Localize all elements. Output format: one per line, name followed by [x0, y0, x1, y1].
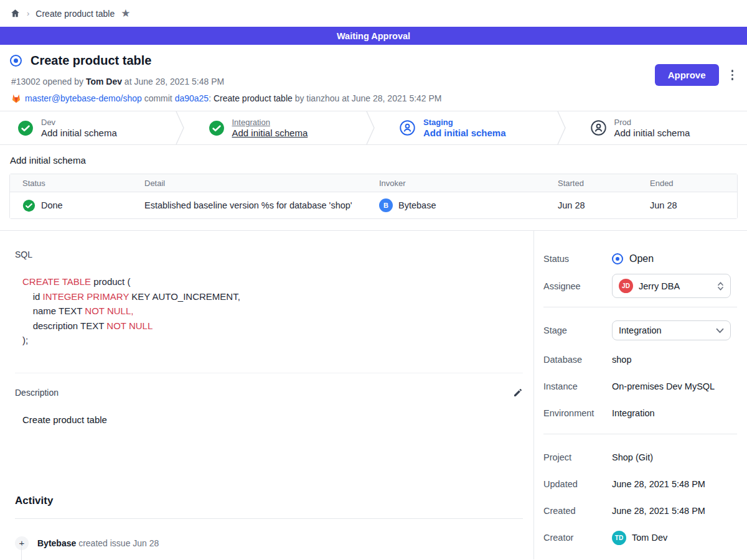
commit-word: commit: [142, 93, 175, 103]
col-started: Started: [558, 179, 650, 188]
activity-item: + Bytebase created issue Jun 28: [15, 536, 522, 550]
database-label: Database: [543, 355, 612, 365]
stage-staging[interactable]: StagingAdd initial schema: [375, 111, 557, 144]
stage-separator: [365, 111, 375, 144]
activity-actor: Bytebase: [37, 538, 76, 548]
breadcrumb: › Create product table ★: [0, 0, 747, 27]
created-value: June 28, 2021 5:48 PM: [612, 506, 705, 516]
stage-prod[interactable]: ProdAdd initial schema: [566, 111, 747, 144]
project-value[interactable]: Shop (Git): [612, 452, 653, 462]
instance-value[interactable]: On-premises Dev MySQL: [612, 381, 715, 391]
check-icon: [17, 120, 34, 136]
issue-author: Tom Dev: [86, 77, 122, 86]
task-ended: Jun 28: [650, 200, 737, 210]
description-text: Create product table: [22, 414, 522, 425]
project-label: Project: [543, 452, 612, 462]
creator-label: Creator: [543, 533, 612, 543]
status-banner-text: Waiting Approval: [337, 31, 410, 41]
stage-task-label[interactable]: Add initial schema: [41, 128, 117, 138]
divider: [543, 307, 737, 307]
activity-action: created issue Jun 28: [76, 538, 159, 548]
bytebase-avatar: B: [379, 198, 393, 212]
star-icon[interactable]: ★: [121, 8, 130, 19]
creator-value: Tom Dev: [632, 533, 667, 543]
task-section: Add initial schema Status Detail Invoker…: [0, 145, 747, 231]
page-title: Create product table: [31, 54, 151, 68]
open-status-icon: [10, 55, 22, 67]
divider: [15, 518, 523, 519]
sidebar-row-project: Project Shop (Git): [543, 446, 737, 469]
assignee-label: Assignee: [543, 281, 612, 291]
status-banner: Waiting Approval: [0, 27, 747, 45]
issue-time: at June 28, 2021 5:48 PM: [122, 77, 224, 86]
task-table: Status Detail Invoker Started Ended Done…: [9, 174, 738, 219]
stage-env-label: Staging: [423, 118, 506, 127]
commit-colon: :: [209, 93, 214, 103]
status-value: Open: [629, 253, 654, 264]
home-icon[interactable]: [10, 8, 21, 19]
stage-env-label: Prod: [614, 118, 690, 127]
description-label: Description: [15, 388, 59, 398]
commit-repo-link[interactable]: master@bytebase-demo/shop: [25, 93, 142, 103]
approve-button[interactable]: Approve: [655, 64, 719, 86]
task-section-title: Add initial schema: [10, 155, 738, 166]
updated-value: June 28, 2021 5:48 PM: [612, 479, 705, 489]
created-label: Created: [543, 506, 612, 516]
sql-label: SQL: [15, 250, 522, 259]
col-ended: Ended: [650, 179, 737, 188]
commit-line: master@bytebase-demo/shop commit da90a25…: [11, 93, 737, 103]
environment-value: Integration: [612, 408, 655, 418]
done-check-icon: [22, 199, 35, 212]
stage-dev[interactable]: DevAdd initial schema: [0, 111, 175, 144]
issue-meta: #13002 opened by Tom Dev at June 28, 202…: [11, 77, 737, 86]
assignee-avatar: JD: [619, 279, 633, 293]
issue-id: #13002: [11, 77, 40, 86]
chevron-right-icon: ›: [27, 9, 29, 18]
stage-label: Stage: [543, 325, 612, 335]
person-icon: [399, 119, 416, 136]
task-table-header: Status Detail Invoker Started Ended: [10, 174, 737, 192]
environment-label: Environment: [543, 408, 612, 418]
assignee-value: Jerry DBA: [639, 281, 712, 291]
col-detail: Detail: [144, 179, 379, 188]
stage-task-label[interactable]: Add initial schema: [232, 128, 308, 138]
commit-suffix: by tianzhou at June 28, 2021 5:42 PM: [293, 93, 442, 103]
plus-icon: +: [15, 536, 29, 550]
sidebar-row-database: Database shop: [543, 348, 737, 371]
assignee-select[interactable]: JD Jerry DBA: [612, 274, 731, 298]
sidebar-row-status: Status Open: [543, 247, 737, 271]
issue-sidebar: Status Open Assignee JD Jerry DBA Stage …: [534, 231, 747, 559]
instance-label: Instance: [543, 381, 612, 391]
sidebar-row-creator: Creator TD Tom Dev: [543, 526, 737, 549]
sidebar-row-updated: Updated June 28, 2021 5:48 PM: [543, 472, 737, 496]
updated-label: Updated: [543, 479, 612, 489]
task-started: Jun 28: [558, 200, 650, 210]
stage-task-label[interactable]: Add initial schema: [614, 128, 690, 138]
stage-separator: [175, 111, 185, 144]
stage-integration[interactable]: IntegrationAdd initial schema: [185, 111, 366, 144]
gitlab-icon: [11, 94, 21, 103]
commit-hash-link[interactable]: da90a25: [175, 93, 209, 103]
stage-env-label: Integration: [232, 118, 308, 127]
col-invoker: Invoker: [379, 179, 558, 188]
edit-pencil-icon[interactable]: [513, 388, 523, 398]
stage-separator: [557, 111, 566, 144]
database-value[interactable]: shop: [612, 355, 631, 365]
sidebar-row-instance: Instance On-premises Dev MySQL: [543, 375, 737, 398]
main-content: SQL CREATE TABLE product ( id INTEGER PR…: [0, 231, 534, 559]
col-status: Status: [10, 179, 144, 188]
stage-select[interactable]: Integration: [612, 320, 731, 340]
more-options-icon[interactable]: [729, 67, 736, 83]
stage-task-label[interactable]: Add initial schema: [423, 128, 506, 138]
person-icon: [590, 119, 607, 136]
task-status: Done: [41, 200, 63, 210]
open-status-icon: [612, 253, 623, 264]
sidebar-row-environment: Environment Integration: [543, 401, 737, 425]
table-row[interactable]: Done Established baseline version %s for…: [10, 192, 737, 218]
sidebar-row-assignee: Assignee JD Jerry DBA: [543, 274, 737, 298]
stage-value: Integration: [619, 325, 710, 335]
pipeline: DevAdd initial schema IntegrationAdd ini…: [0, 111, 747, 145]
task-invoker: Bytebase: [398, 200, 436, 210]
divider: [15, 373, 523, 373]
sidebar-row-stage: Stage Integration: [543, 319, 737, 342]
